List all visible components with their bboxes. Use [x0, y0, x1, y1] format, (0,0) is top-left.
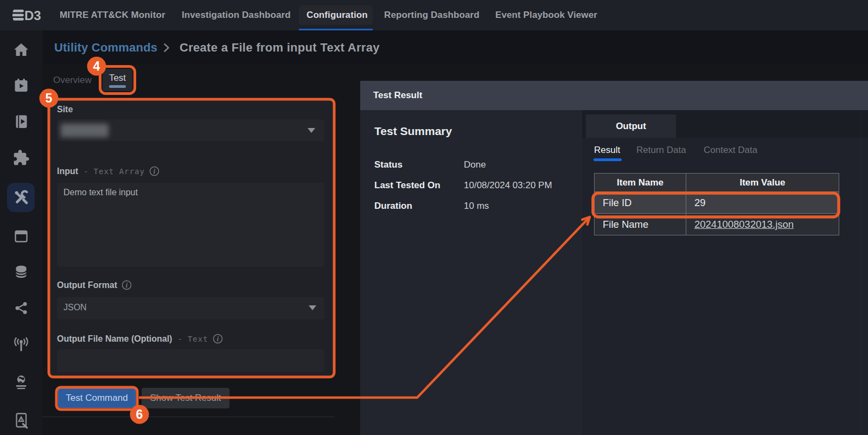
- test-result-titlebar: [360, 81, 868, 110]
- output-format-label-row: Output Format i: [57, 280, 132, 290]
- sidebar-item-video-library[interactable]: [0, 107, 42, 136]
- output-file-name-type-hint: Text: [188, 335, 208, 343]
- output-format-value: JSON: [57, 297, 324, 318]
- breadcrumb: Utility Commands Create a File from inpu…: [42, 30, 868, 65]
- site-value-redacted: [61, 124, 108, 137]
- nav-investigation-dashboard[interactable]: Investigation Dashboard: [182, 0, 291, 30]
- sidebar-item-integrations[interactable]: [0, 143, 42, 172]
- file-id-name-cell: File ID: [595, 192, 686, 214]
- info-icon[interactable]: i: [149, 166, 159, 176]
- sidebar-item-home[interactable]: [0, 35, 42, 65]
- chevron-right-icon: [163, 30, 170, 65]
- share-nodes-icon: [12, 299, 30, 317]
- subtab-return-data[interactable]: Return Data: [636, 145, 686, 156]
- subtab-result[interactable]: Result: [594, 145, 620, 156]
- sidebar-item-calendar[interactable]: [0, 221, 42, 251]
- table-row-file-id: File ID 29: [595, 192, 839, 214]
- tab-overview[interactable]: Overview: [53, 69, 97, 91]
- tools-icon: [12, 188, 30, 207]
- home-icon: [12, 41, 30, 59]
- d3-logo[interactable]: D3: [11, 8, 44, 22]
- globe-icon: [12, 374, 30, 391]
- document-alert-icon: [12, 412, 30, 429]
- subtab-result-underline: [593, 158, 622, 161]
- show-test-result-button[interactable]: Show Test Result: [142, 388, 229, 408]
- test-summary-title: Test Summary: [374, 125, 452, 138]
- svg-text:i: i: [216, 335, 219, 343]
- output-format-label: Output Format: [57, 280, 117, 290]
- sidebar-item-share[interactable]: [0, 293, 42, 323]
- svg-text:D3: D3: [24, 8, 41, 22]
- sidebar-item-web[interactable]: [0, 368, 42, 397]
- col-item-name: Item Name: [595, 174, 686, 192]
- input-label-row: Input - Text Array i: [57, 166, 159, 176]
- input-label: Input: [57, 167, 78, 176]
- file-name-name-cell: File Name: [595, 214, 686, 235]
- nav-event-playbook-viewer[interactable]: Event Playbook Viewer: [495, 0, 597, 30]
- info-icon[interactable]: i: [122, 280, 132, 290]
- input-hint-dash: -: [84, 167, 88, 176]
- nav-configuration[interactable]: Configuration: [307, 0, 368, 30]
- sidebar-item-database[interactable]: [0, 257, 42, 286]
- test-result-title: Test Result: [373, 81, 422, 110]
- col-item-value: Item Value: [686, 174, 839, 192]
- output-file-name-label-row: Output File Name (Optional) - Text i: [57, 334, 223, 344]
- file-name-value-cell: 20241008032013.json: [686, 214, 839, 235]
- calendar-play-icon: [12, 77, 30, 94]
- status-value: Done: [464, 159, 486, 170]
- tab-output[interactable]: Output: [586, 114, 676, 138]
- output-format-select[interactable]: JSON: [57, 297, 324, 319]
- input-type-hint: Text Array: [94, 167, 145, 176]
- sidebar-item-utility-commands[interactable]: [0, 183, 42, 212]
- output-format-caret-icon: [309, 305, 316, 310]
- output-file-name-label: Output File Name (Optional): [57, 334, 172, 344]
- tab-test-label[interactable]: Test: [103, 69, 132, 87]
- svg-text:i: i: [126, 282, 128, 289]
- top-navbar: D3 MITRE ATT&CK Monitor Investigation Da…: [0, 0, 868, 30]
- table-header-row: Item Name Item Value: [595, 174, 839, 192]
- last-tested-on-label: Last Tested On: [374, 180, 441, 191]
- sidebar-item-audit[interactable]: [0, 406, 42, 435]
- last-tested-on-value: 10/08/2024 03:20 PM: [464, 180, 552, 191]
- svg-text:i: i: [154, 168, 156, 175]
- site-caret-icon: [308, 128, 315, 133]
- subtab-context-data[interactable]: Context Data: [704, 145, 757, 156]
- nav-reporting-dashboard[interactable]: Reporting Dashboard: [384, 0, 480, 30]
- input-textarea-value: Demo text file input: [57, 183, 324, 202]
- calendar-icon: [12, 227, 30, 245]
- table-row-file-name: File Name 20241008032013.json: [595, 214, 839, 235]
- scrollbar-track[interactable]: [861, 110, 861, 435]
- file-id-value-cell: 29: [686, 192, 839, 214]
- input-textarea[interactable]: Demo text file input: [57, 183, 324, 267]
- file-name-link[interactable]: 20241008032013.json: [694, 219, 794, 230]
- result-table: Item Name Item Value File ID 29 File Nam…: [594, 173, 839, 235]
- info-icon[interactable]: i: [213, 334, 223, 344]
- database-icon: [12, 263, 30, 280]
- puzzle-icon: [12, 149, 30, 167]
- breadcrumb-parent-link[interactable]: Utility Commands: [54, 30, 157, 65]
- broadcast-icon: [12, 336, 30, 353]
- sidebar-item-broadcast[interactable]: [0, 330, 42, 359]
- left-sidebar: [0, 30, 42, 435]
- duration-label: Duration: [374, 201, 412, 212]
- duration-value: 10 ms: [464, 201, 489, 212]
- status-label: Status: [374, 159, 403, 170]
- video-library-icon: [12, 113, 30, 130]
- nav-mitre-attack-monitor[interactable]: MITRE ATT&CK Monitor: [60, 0, 165, 30]
- output-file-name-hint-dash: -: [177, 335, 182, 343]
- bottom-divider: [42, 417, 334, 417]
- sidebar-item-schedule[interactable]: [0, 71, 42, 100]
- tab-test-underline: [109, 85, 126, 88]
- site-label: Site: [57, 105, 73, 114]
- test-command-button[interactable]: Test Command: [58, 388, 136, 408]
- page-title: Create a File from input Text Array: [180, 30, 380, 65]
- output-file-name-input[interactable]: [57, 349, 324, 372]
